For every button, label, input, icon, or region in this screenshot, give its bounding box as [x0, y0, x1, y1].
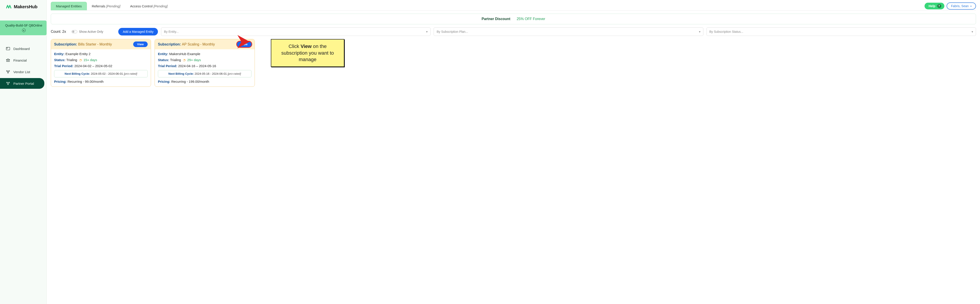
discount-banner: Partner Discount 25% OFF Forever: [51, 14, 976, 24]
svg-point-9: [9, 70, 10, 71]
dashboard-icon: [6, 46, 10, 51]
sidebar-item-dashboard[interactable]: Dashboard: [0, 43, 45, 54]
cards-row: Subscription: Bills Starter - Monthly Vi…: [51, 39, 976, 87]
filter-by-status[interactable]: By Subscription Status... ▾: [706, 27, 976, 36]
callout-text-pre: Click: [289, 43, 301, 49]
clock-icon: ◔: [79, 58, 82, 62]
toggle-label: Show Active Only: [79, 30, 103, 34]
status-value: Trialing: [66, 58, 77, 62]
subscription-card: Subscription: Bills Starter - Monthly Vi…: [51, 39, 151, 87]
tab-pending: [Pending]: [106, 4, 120, 8]
cycle-value: 2024-05-16 - 2024-06-01: [195, 72, 227, 75]
svg-line-12: [7, 71, 8, 72]
status-label: Status:: [54, 58, 65, 62]
count-label: Count:: [51, 30, 61, 34]
tab-label: Access Control: [130, 4, 153, 8]
trial-label: Trial Period:: [158, 64, 177, 68]
pricing-value: Recurring - 199.00/month: [171, 80, 209, 83]
filter-placeholder: By Subscription Plan...: [436, 30, 468, 34]
card-header: Subscription: Bills Starter - Monthly Vi…: [51, 39, 151, 49]
user-name: Fabris, Sean: [951, 4, 969, 8]
tab-access-control[interactable]: Access Control [Pending]: [125, 2, 172, 10]
show-active-toggle[interactable]: Show Active Only: [72, 30, 103, 34]
sidebar-item-vendor-list[interactable]: Vendor List: [0, 66, 45, 77]
subscription-name: Bills Starter - Monthly: [78, 42, 112, 46]
cycle-suffix: [pro-rated]: [228, 72, 241, 75]
banner-offer: 25% OFF Forever: [517, 17, 545, 21]
tab-managed-entities[interactable]: Managed Entities: [51, 2, 87, 10]
card-body: Entity: MakersHub Example Status: Triali…: [155, 49, 255, 86]
chevron-down-icon: ▾: [699, 30, 700, 34]
entity-label: Entity:: [54, 52, 65, 56]
partner-icon: [6, 81, 10, 86]
svg-rect-0: [6, 47, 10, 50]
callout-text-bold: View: [301, 43, 312, 49]
tab-pending: [Pending]: [153, 4, 167, 8]
subscription-name: AP Scaling - Monthly: [182, 42, 215, 46]
chevron-down-icon: ▾: [426, 30, 428, 34]
sidebar-item-financial[interactable]: Financial: [0, 55, 45, 66]
svg-point-8: [6, 70, 7, 71]
logo-text: MakersHub: [14, 4, 37, 10]
tutorial-callout: Click View on the subscription you want …: [271, 39, 344, 67]
svg-line-19: [8, 83, 9, 84]
sidebar-nav: Dashboard Financial Vendor List Partner …: [0, 43, 46, 89]
trial-label: Trial Period:: [54, 64, 73, 68]
help-label: Help: [929, 4, 935, 8]
pricing-label: Pricing:: [158, 80, 170, 83]
tab-referrals[interactable]: Referrals [Pending]: [87, 2, 125, 10]
entity-value: MakersHub Example: [169, 52, 200, 56]
next-billing-cycle: Next Billing Cycle: 2024-05-16 - 2024-06…: [158, 70, 251, 77]
logo-icon: [6, 4, 12, 10]
status-value: Trialing: [170, 58, 181, 62]
card-body: Entity: Example Entity 2 Status: Trialin…: [51, 49, 151, 86]
filter-by-plan[interactable]: By Subscription Plan... ▾: [434, 27, 703, 36]
subscription-label: Subscription:: [158, 42, 181, 46]
next-billing-cycle: Next Billing Cycle: 2024-05-02 - 2024-06…: [54, 70, 148, 77]
count-value: 2x: [62, 30, 66, 34]
svg-point-16: [8, 84, 8, 85]
view-button[interactable]: View: [133, 42, 148, 47]
trial-value: 2024-04-16 – 2024-05-16: [178, 64, 216, 68]
svg-point-10: [8, 72, 8, 73]
tab-row: Managed Entities Referrals [Pending] Acc…: [51, 0, 976, 11]
entity-label: Entity:: [158, 52, 169, 56]
trial-value: 2024-04-02 – 2024-05-02: [75, 64, 112, 68]
sidebar-item-partner-portal[interactable]: Partner Portal: [0, 78, 45, 89]
cycle-label: Next Billing Cycle:: [65, 72, 90, 75]
svg-rect-1: [7, 48, 8, 48]
entity-value: Example Entity 2: [65, 52, 91, 56]
subscription-label: Subscription:: [54, 42, 77, 46]
days-left: 29+ days: [187, 58, 201, 62]
status-label: Status:: [158, 58, 169, 62]
user-menu[interactable]: Fabris, Sean ▾: [947, 2, 976, 10]
svg-marker-20: [237, 35, 250, 48]
cycle-value: 2024-05-02 - 2024-06-01: [91, 72, 123, 75]
sidebar-item-label: Partner Portal: [13, 82, 34, 85]
sidebar-item-label: Dashboard: [13, 47, 30, 51]
help-button[interactable]: Help ?: [924, 3, 944, 10]
chevron-down-icon: ▾: [22, 29, 25, 32]
network-icon: [6, 70, 10, 74]
days-left: 15+ days: [84, 58, 97, 62]
add-managed-entity-button[interactable]: Add a Managed Entity: [118, 28, 158, 35]
svg-line-13: [8, 71, 9, 72]
arrow-icon: [237, 35, 253, 48]
bank-icon: [6, 58, 10, 62]
pricing-label: Pricing:: [54, 80, 67, 83]
sidebar: MakersHub Quality-Build-SF QBOnline ▾ Da…: [0, 0, 47, 304]
svg-point-15: [9, 82, 10, 83]
svg-point-14: [6, 82, 7, 83]
chevron-down-icon: ▾: [970, 5, 972, 7]
chevron-down-icon: ▾: [972, 30, 973, 34]
toggle-icon: [72, 30, 77, 33]
svg-line-18: [7, 83, 8, 84]
filter-row: Count: 2x Show Active Only Add a Managed…: [51, 27, 976, 36]
filter-by-entity[interactable]: By Entity... ▾: [161, 27, 431, 36]
main-content: Managed Entities Referrals [Pending] Acc…: [47, 0, 980, 304]
sidebar-item-label: Vendor List: [13, 70, 30, 74]
tab-label: Managed Entities: [56, 4, 82, 8]
org-selector[interactable]: Quality-Build-SF QBOnline ▾: [0, 21, 46, 35]
org-name: Quality-Build-SF QBOnline: [5, 24, 42, 27]
cycle-label: Next Billing Cycle:: [169, 72, 194, 75]
